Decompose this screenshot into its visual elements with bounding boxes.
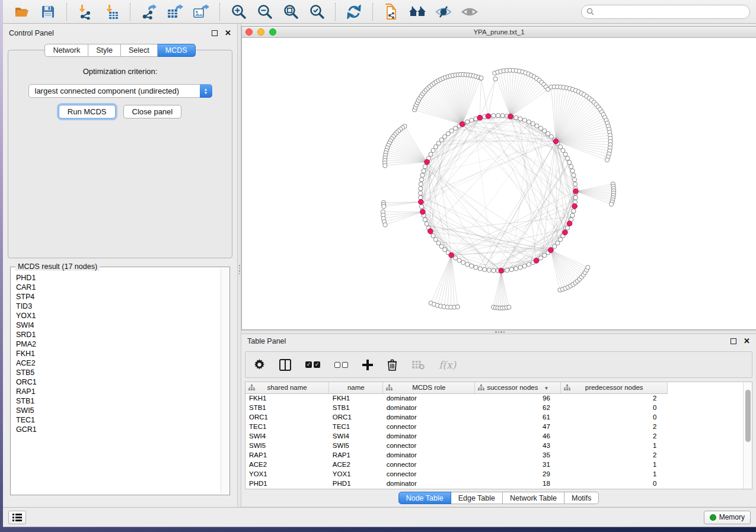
mcds-result-item[interactable]: RAP1 xyxy=(16,387,221,396)
network-node[interactable] xyxy=(570,213,575,217)
refresh-icon[interactable] xyxy=(344,2,364,21)
network-node[interactable] xyxy=(419,178,423,182)
export-table-icon[interactable] xyxy=(165,2,185,21)
network-node[interactable] xyxy=(561,148,565,152)
network-node[interactable] xyxy=(474,265,478,270)
table-tab-motifs[interactable]: Motifs xyxy=(564,492,599,504)
network-node[interactable] xyxy=(383,164,387,168)
import-network-icon[interactable] xyxy=(75,2,95,21)
select-all-icon[interactable]: ✓✓ xyxy=(305,356,320,374)
network-node[interactable] xyxy=(492,114,496,118)
network-node[interactable] xyxy=(419,204,423,209)
network-node[interactable] xyxy=(605,158,609,162)
mcds-result-item[interactable]: STB1 xyxy=(16,396,221,406)
mcds-result-item[interactable]: ORC1 xyxy=(16,377,221,387)
network-node[interactable] xyxy=(531,121,535,126)
table-scrollbar[interactable] xyxy=(743,382,752,489)
network-node[interactable] xyxy=(543,129,547,133)
mcds-node-yox1[interactable] xyxy=(420,209,426,214)
column-header-name[interactable]: name xyxy=(329,382,383,393)
network-node[interactable] xyxy=(518,265,522,270)
mcds-node-car1[interactable] xyxy=(477,115,483,120)
zoom-in-icon[interactable] xyxy=(228,2,248,21)
network-node[interactable] xyxy=(496,113,500,117)
network-node[interactable] xyxy=(383,223,387,227)
vertical-splitter[interactable] xyxy=(237,24,241,507)
network-node[interactable] xyxy=(470,264,474,268)
table-tab-network-table[interactable]: Network Table xyxy=(503,492,564,504)
network-node[interactable] xyxy=(509,267,513,271)
mcds-result-item[interactable]: STP4 xyxy=(16,292,221,302)
network-node[interactable] xyxy=(453,256,457,260)
add-column-icon[interactable] xyxy=(362,356,373,374)
network-node[interactable] xyxy=(419,182,423,186)
network-node[interactable] xyxy=(443,248,447,252)
network-canvas[interactable] xyxy=(242,38,756,329)
mcds-result-item[interactable]: ACE2 xyxy=(16,358,221,368)
network-node[interactable] xyxy=(382,204,386,209)
network-node[interactable] xyxy=(453,126,457,130)
show-all-eye-icon[interactable] xyxy=(460,2,480,21)
network-node[interactable] xyxy=(465,120,470,124)
mcds-list-scrollbar[interactable] xyxy=(221,268,228,493)
memory-button[interactable]: Memory xyxy=(704,511,751,524)
mcds-result-item[interactable]: YOX1 xyxy=(16,311,221,321)
table-tab-edge-table[interactable]: Edge Table xyxy=(451,492,503,504)
mcds-result-item[interactable]: CAR1 xyxy=(16,283,221,292)
network-node[interactable] xyxy=(422,169,426,173)
mcds-result-item[interactable]: SRD1 xyxy=(16,330,221,339)
network-node[interactable] xyxy=(429,152,433,156)
mcds-result-item[interactable]: STB5 xyxy=(16,368,221,377)
network-node[interactable] xyxy=(558,145,562,149)
column-layout-icon[interactable] xyxy=(279,356,291,374)
float-table-panel-icon[interactable] xyxy=(731,338,736,344)
network-node[interactable] xyxy=(572,173,576,177)
network-node[interactable] xyxy=(487,268,491,273)
network-node[interactable] xyxy=(569,165,573,169)
network-node[interactable] xyxy=(586,265,590,270)
column-header-MCDS-role[interactable]: MCDS role xyxy=(383,382,475,393)
mcds-node-stb5[interactable] xyxy=(572,204,578,209)
tab-select[interactable]: Select xyxy=(121,44,158,57)
network-node[interactable] xyxy=(478,267,482,271)
network-node[interactable] xyxy=(431,148,435,152)
table-row[interactable]: TEC1TEC1connector472 xyxy=(245,422,668,431)
network-node[interactable] xyxy=(470,118,474,122)
network-node[interactable] xyxy=(433,238,438,242)
float-panel-icon[interactable] xyxy=(212,30,218,36)
mcds-node-rap1[interactable] xyxy=(449,252,454,258)
network-node[interactable] xyxy=(419,187,423,191)
close-panel-icon[interactable]: ✕ xyxy=(225,30,231,36)
network-node[interactable] xyxy=(553,244,557,248)
network-node[interactable] xyxy=(455,305,460,309)
table-row[interactable]: ORC1ORC1dominator610 xyxy=(245,412,668,422)
network-node[interactable] xyxy=(514,267,518,271)
mcds-node-tid3[interactable] xyxy=(428,229,433,234)
mcds-result-item[interactable]: PMA2 xyxy=(16,339,221,349)
network-node[interactable] xyxy=(514,116,518,120)
share-document-icon[interactable] xyxy=(381,2,401,21)
search-input[interactable] xyxy=(597,8,745,16)
horizontal-splitter[interactable] xyxy=(241,330,756,334)
network-node[interactable] xyxy=(518,117,522,121)
network-node[interactable] xyxy=(546,132,550,136)
network-node[interactable] xyxy=(572,178,576,182)
network-node[interactable] xyxy=(543,253,547,257)
network-node[interactable] xyxy=(538,126,543,130)
network-node[interactable] xyxy=(500,114,505,118)
mcds-result-item[interactable]: SWI4 xyxy=(16,321,221,330)
network-node[interactable] xyxy=(433,145,438,149)
network-node[interactable] xyxy=(538,256,543,260)
mcds-result-item[interactable]: TID3 xyxy=(16,302,221,311)
network-node[interactable] xyxy=(420,173,425,177)
network-node[interactable] xyxy=(522,118,527,122)
network-node[interactable] xyxy=(507,305,511,309)
search-field[interactable] xyxy=(581,5,750,19)
network-node[interactable] xyxy=(573,196,578,200)
network-node[interactable] xyxy=(565,226,569,230)
mcds-result-item[interactable]: PHD1 xyxy=(16,273,221,283)
table-row[interactable]: YOX1YOX1connector291 xyxy=(245,469,668,479)
tab-network[interactable]: Network xyxy=(44,44,88,57)
mcds-result-item[interactable]: GCR1 xyxy=(16,425,221,434)
table-row[interactable]: SWI4SWI4dominator462 xyxy=(245,431,668,441)
